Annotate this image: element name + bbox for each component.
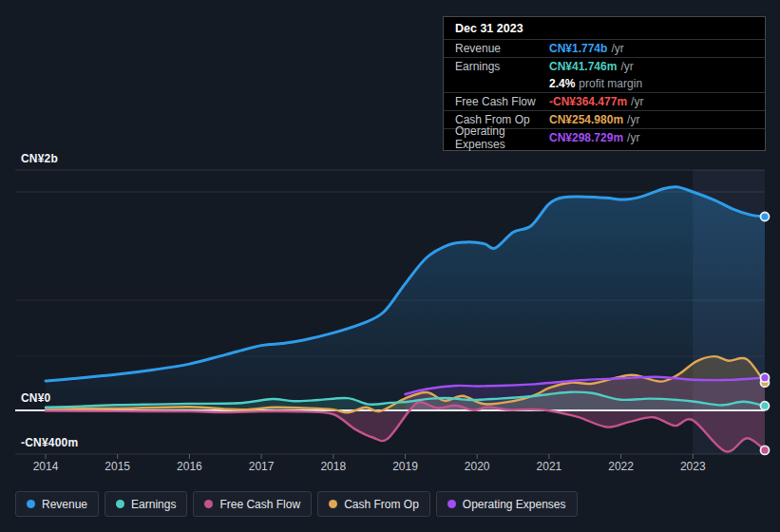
tooltip-row-operating-expenses: Operating Expenses CN¥298.729m /yr bbox=[444, 128, 765, 146]
tooltip-unit-earnings: /yr bbox=[620, 60, 633, 73]
tooltip-label-revenue: Revenue bbox=[455, 42, 549, 55]
y-axis-label-0: CN¥0 bbox=[21, 391, 50, 405]
tooltip-label-earnings: Earnings bbox=[455, 60, 549, 73]
tooltip-unit-profit-margin: profit margin bbox=[579, 77, 642, 90]
earnings-dot-icon bbox=[116, 500, 124, 508]
x-axis-label-2016: 2016 bbox=[161, 460, 218, 473]
tooltip-unit-free-cash-flow: /yr bbox=[631, 95, 643, 108]
x-axis-label-2017: 2017 bbox=[233, 460, 290, 473]
tooltip-unit-revenue: /yr bbox=[611, 42, 623, 55]
legend-item-operating-expenses[interactable]: Operating Expenses bbox=[436, 491, 578, 517]
tooltip-value-profit-margin: 2.4% bbox=[549, 77, 575, 90]
tooltip-group-earnings: Earnings CN¥41.746m /yr 2.4% profit marg… bbox=[444, 57, 765, 92]
tooltip-label-operating-expenses: Operating Expenses bbox=[455, 124, 549, 151]
x-axis-label-2021: 2021 bbox=[521, 460, 578, 473]
legend-label-revenue: Revenue bbox=[42, 498, 87, 511]
free-cash-flow-dot-icon bbox=[204, 500, 213, 508]
x-axis-label-2015: 2015 bbox=[89, 460, 146, 473]
legend-item-earnings[interactable]: Earnings bbox=[105, 491, 187, 517]
tooltip-value-cash-from-op: CN¥254.980m bbox=[549, 113, 623, 126]
x-axis-label-2014: 2014 bbox=[17, 460, 74, 473]
tooltip-unit-operating-expenses: /yr bbox=[627, 131, 639, 144]
financials-chart-page: CN¥2b CN¥0 -CN¥400m 2014 2015 2016 2017 … bbox=[0, 0, 780, 532]
tooltip-value-revenue: CN¥1.774b bbox=[549, 42, 607, 55]
legend-label-operating-expenses: Operating Expenses bbox=[463, 498, 566, 511]
legend-label-cash-from-op: Cash From Op bbox=[344, 498, 419, 511]
legend-label-earnings: Earnings bbox=[131, 498, 176, 511]
cash-from-op-dot-icon bbox=[329, 500, 337, 508]
legend-label-free-cash-flow: Free Cash Flow bbox=[219, 498, 300, 511]
tooltip-label-free-cash-flow: Free Cash Flow bbox=[455, 95, 549, 108]
y-axis-label-neg400m: -CN¥400m bbox=[21, 436, 78, 449]
tooltip-unit-cash-from-op: /yr bbox=[627, 113, 639, 126]
tooltip-value-free-cash-flow: -CN¥364.477m bbox=[549, 95, 627, 108]
legend-item-revenue[interactable]: Revenue bbox=[15, 491, 99, 517]
revenue-dot-icon bbox=[27, 500, 35, 508]
tooltip-value-earnings: CN¥41.746m bbox=[549, 60, 617, 73]
chart-legend: Revenue Earnings Free Cash Flow Cash Fro… bbox=[15, 491, 578, 517]
x-axis-label-2019: 2019 bbox=[377, 460, 434, 473]
y-axis-label-2b: CN¥2b bbox=[21, 152, 58, 165]
legend-item-cash-from-op[interactable]: Cash From Op bbox=[317, 491, 430, 517]
legend-item-free-cash-flow[interactable]: Free Cash Flow bbox=[193, 491, 312, 517]
tooltip-date: Dec 31 2023 bbox=[444, 17, 765, 39]
x-axis-label-2022: 2022 bbox=[593, 460, 650, 473]
x-axis-label-2023: 2023 bbox=[664, 460, 721, 473]
operating-expenses-dot-icon bbox=[447, 500, 456, 508]
tooltip-row-revenue: Revenue CN¥1.774b /yr bbox=[444, 39, 765, 57]
x-axis-label-2020: 2020 bbox=[448, 460, 505, 473]
tooltip-row-earnings: Earnings CN¥41.746m /yr bbox=[444, 58, 765, 75]
x-axis-label-2018: 2018 bbox=[305, 460, 362, 473]
tooltip-value-operating-expenses: CN¥298.729m bbox=[549, 131, 623, 144]
tooltip-row-profit-margin: 2.4% profit margin bbox=[444, 75, 765, 92]
chart-tooltip: Dec 31 2023 Revenue CN¥1.774b /yr Earnin… bbox=[443, 16, 766, 151]
tooltip-row-free-cash-flow: Free Cash Flow -CN¥364.477m /yr bbox=[444, 92, 765, 110]
